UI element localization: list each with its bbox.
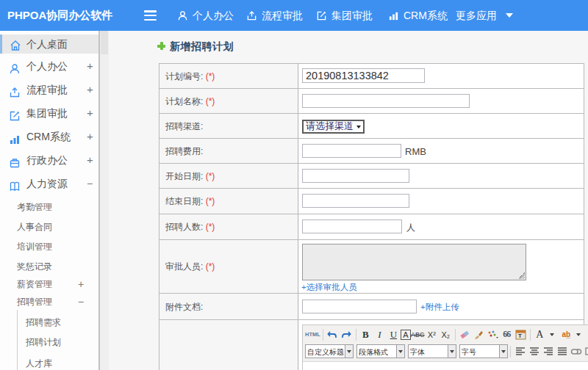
svg-text:T: T bbox=[518, 333, 522, 339]
